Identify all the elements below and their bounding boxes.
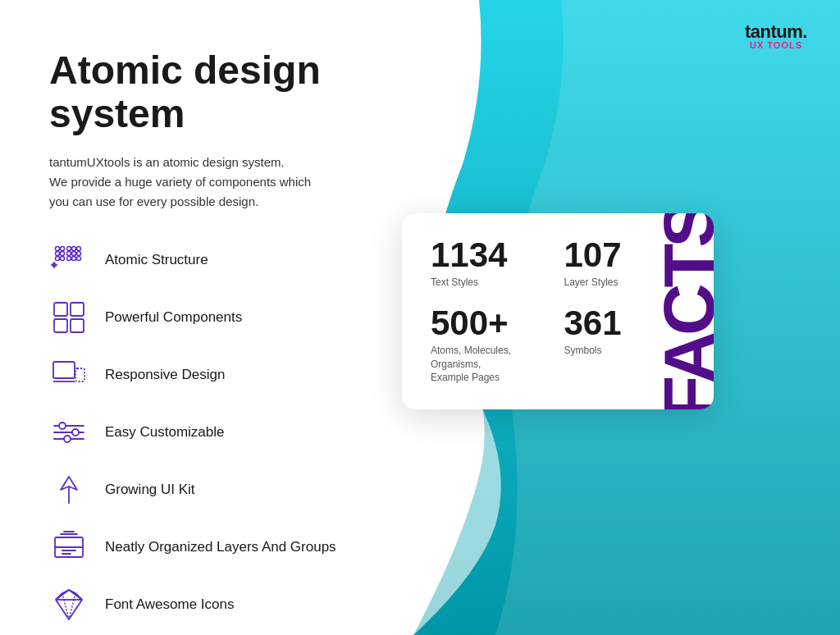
feature-item-font-awesome: Font Awesome Icons [49,585,418,624]
logo-sub-text: UX TOOLS [745,41,807,50]
growing-icon [49,470,89,509]
feature-label-atomic-structure: Atomic Structure [105,252,208,268]
svg-point-26 [59,423,66,429]
diamond-icon [49,585,89,624]
main-content: Atomic design system tantumUXtools is an… [0,0,459,635]
feature-item-atomic-structure: Atomic Structure [49,240,418,280]
svg-rect-21 [71,319,84,332]
svg-point-0 [56,246,60,250]
feature-label-font-awesome: Font Awesome Icons [105,596,235,613]
feature-item-powerful-components: Powerful Components [49,298,418,337]
atomic-icon [49,240,89,280]
svg-point-13 [72,256,76,260]
feature-item-easy-customizable: Easy Customizable [49,413,418,452]
page-title: Atomic design system [49,49,418,136]
svg-point-12 [67,256,71,260]
svg-marker-39 [56,590,82,619]
svg-point-11 [77,251,81,255]
svg-point-2 [56,251,60,255]
svg-point-9 [67,251,71,255]
svg-rect-20 [54,319,67,332]
svg-point-28 [72,429,79,436]
facts-label-atoms: Atoms, Molecules,Organisms,Example Pages [431,344,556,385]
feature-label-neatly-organized: Neatly Organized Layers And Groups [105,539,336,555]
responsive-icon [49,355,89,395]
facts-item-text-styles: 1134 Text Styles [431,238,556,290]
facts-number-layer-styles: 107 [564,238,690,272]
facts-number-atoms: 500+ [431,306,556,340]
svg-point-3 [61,251,65,255]
facts-number-text-styles: 1134 [431,238,556,272]
logo: tantum. UX TOOLS [745,23,807,50]
facts-item-layer-styles: 107 Layer Styles [564,238,690,290]
svg-rect-18 [54,303,67,316]
svg-rect-22 [53,362,75,378]
feature-label-easy-customizable: Easy Customizable [105,424,225,441]
svg-rect-19 [71,303,84,316]
logo-main-text: tantum. [745,23,807,41]
feature-list: Atomic Structure Powerful Components [49,240,418,624]
svg-point-30 [64,436,71,442]
feature-label-growing-ui-kit: Growing UI Kit [105,482,195,498]
svg-point-10 [72,251,76,255]
facts-card: 1134 Text Styles 107 Layer Styles 500+ A… [402,213,714,409]
feature-item-responsive-design: Responsive Design [49,355,418,395]
facts-label-text-styles: Text Styles [431,276,556,290]
components-icon [49,298,89,337]
feature-item-growing-ui-kit: Growing UI Kit [49,470,418,509]
feature-item-neatly-organized: Neatly Organized Layers And Groups [49,528,418,567]
svg-point-5 [61,256,65,260]
svg-rect-23 [75,368,84,381]
svg-point-8 [77,246,81,250]
feature-label-powerful-components: Powerful Components [105,309,242,326]
facts-label-symbols: Symbols [564,344,690,358]
svg-point-6 [67,246,71,250]
facts-number-symbols: 361 [564,306,690,340]
facts-item-atoms: 500+ Atoms, Molecules,Organisms,Example … [431,306,556,385]
feature-label-responsive-design: Responsive Design [105,367,225,383]
layers-icon [49,528,89,567]
facts-item-symbols: 361 Symbols [564,306,690,385]
facts-label-layer-styles: Layer Styles [564,276,690,290]
svg-point-7 [72,246,76,250]
svg-point-4 [56,256,60,260]
customize-icon [49,413,89,452]
page-description: tantumUXtools is an atomic design system… [49,153,418,212]
facts-grid: 1134 Text Styles 107 Layer Styles 500+ A… [431,238,689,385]
svg-point-14 [77,256,81,260]
svg-point-1 [61,246,65,250]
